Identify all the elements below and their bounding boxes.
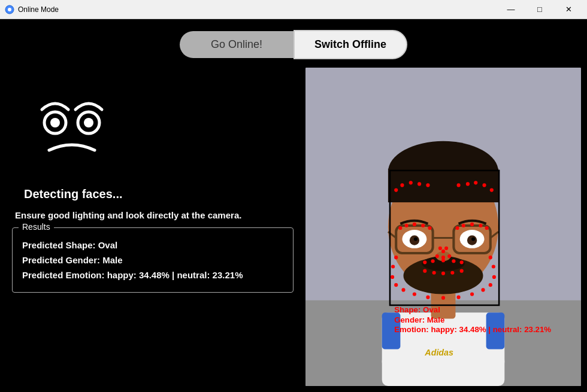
svg-point-40 [482,183,486,187]
svg-point-1 [8,8,11,11]
svg-point-47 [455,226,459,230]
left-panel: Detecting faces... Ensure good lighting … [6,68,299,386]
svg-point-3 [50,118,60,127]
camera-feed: Adidas [305,68,581,386]
svg-text:Gender: Male: Gender: Male [394,315,444,324]
person-svg: Adidas [305,68,581,386]
svg-point-78 [481,288,485,291]
close-button[interactable]: ✕ [555,0,582,19]
svg-point-61 [452,259,455,263]
svg-point-43 [405,224,409,227]
svg-point-29 [471,237,475,241]
result-emotion: Predicted Emotion: happy: 34.48% | neutr… [22,270,283,280]
svg-point-51 [485,226,489,230]
svg-point-37 [457,183,461,187]
svg-point-44 [413,223,416,226]
minimize-button[interactable]: — [497,0,525,19]
go-online-button[interactable]: Go Online! [180,31,294,58]
svg-point-72 [401,288,405,291]
svg-point-34 [409,181,413,184]
svg-point-60 [441,259,445,262]
svg-point-49 [470,223,474,226]
svg-point-67 [460,269,464,273]
content: Detecting faces... Ensure good lighting … [0,68,587,392]
svg-point-55 [435,254,439,258]
header: Go Online! Switch Offline [0,19,587,68]
svg-point-5 [84,118,93,127]
svg-point-48 [462,224,465,227]
svg-rect-16 [388,169,498,202]
result-gender: Predicted Gender: Male [22,255,283,265]
svg-point-76 [457,296,461,299]
svg-point-69 [391,265,395,268]
svg-point-66 [450,271,454,275]
title-bar-left: Online Mode [5,5,59,14]
svg-text:Emotion: happy: 34.48% | neutr: Emotion: happy: 34.48% | neutral: 23.21% [394,325,551,334]
svg-text:Adidas: Adidas [424,348,453,357]
face-icon [24,80,120,175]
face-icon-container [12,74,299,181]
svg-point-70 [391,275,394,279]
svg-point-35 [417,182,421,186]
svg-point-57 [447,254,451,258]
svg-point-26 [414,237,417,241]
right-panel: Adidas [305,68,581,386]
svg-point-45 [421,224,425,227]
svg-point-80 [492,275,496,279]
svg-point-62 [460,260,464,264]
detecting-text: Detecting faces... [24,187,299,201]
svg-point-68 [394,256,398,259]
title-bar-title: Online Mode [18,5,59,14]
svg-point-50 [479,224,482,227]
app-container: Go Online! Switch Offline [0,19,587,392]
svg-point-79 [489,283,492,287]
switch-offline-button[interactable]: Switch Offline [294,30,407,59]
svg-point-58 [423,260,426,264]
svg-point-59 [431,259,435,263]
app-icon [5,5,14,14]
svg-point-52 [438,247,442,250]
svg-point-54 [444,247,448,250]
results-box: Results Predicted Shape: Oval Predicted … [12,227,294,293]
svg-point-36 [426,183,429,187]
svg-point-53 [441,250,445,253]
svg-point-32 [394,189,398,192]
svg-point-82 [489,256,492,259]
svg-point-41 [490,189,494,192]
instruction-text: Ensure good lighting and look directly a… [15,210,299,220]
results-legend: Results [19,222,54,232]
title-bar: Online Mode — □ ✕ [0,0,587,19]
svg-point-64 [432,271,436,275]
svg-point-63 [423,269,426,273]
svg-text:Shape: Oval: Shape: Oval [394,305,440,314]
svg-point-81 [492,265,495,268]
svg-point-46 [428,226,431,230]
svg-point-71 [394,283,398,287]
svg-point-74 [426,296,429,299]
svg-point-39 [474,181,477,184]
maximize-button[interactable]: □ [526,0,553,19]
title-bar-controls: — □ ✕ [497,0,582,19]
svg-point-77 [470,292,474,296]
svg-point-75 [441,296,445,300]
svg-point-73 [413,292,416,296]
svg-point-65 [441,272,445,275]
svg-point-42 [398,226,402,230]
result-shape: Predicted Shape: Oval [22,240,283,250]
svg-point-33 [400,183,404,187]
svg-point-38 [466,182,470,186]
